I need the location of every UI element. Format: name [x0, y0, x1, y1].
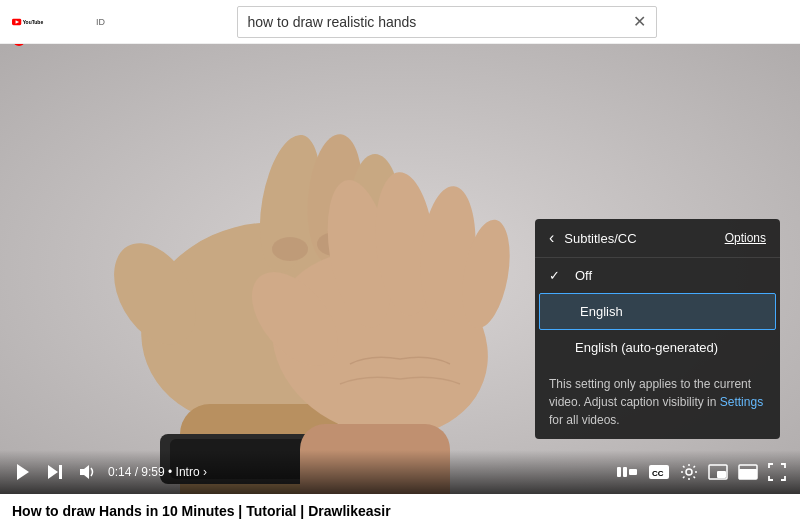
svg-marker-23	[17, 464, 29, 480]
subtitle-options-link[interactable]: Options	[725, 231, 766, 245]
header: YouTube ID ✕	[0, 0, 800, 44]
fullscreen-button[interactable]	[766, 461, 788, 483]
yt-superscript: ID	[96, 17, 105, 27]
subtitle-english-item[interactable]: English	[539, 293, 776, 330]
svg-rect-27	[617, 467, 621, 477]
subtitle-header: ‹ Subtitles/CC Options	[535, 219, 780, 258]
search-bar: ✕	[237, 6, 657, 38]
svg-point-13	[272, 237, 308, 261]
youtube-logo[interactable]: YouTube ID	[12, 11, 105, 33]
svg-rect-29	[629, 469, 637, 475]
video-title: How to draw Hands in 10 Minutes | Tutori…	[12, 503, 391, 519]
theater-icon	[738, 464, 758, 480]
settings-icon	[680, 463, 698, 481]
subtitle-note-end: for all videos.	[549, 413, 620, 427]
pause-streaming-icon	[616, 464, 638, 480]
subtitle-off-item[interactable]: ✓ Off	[535, 258, 780, 293]
time-display: 0:14 / 9:59 • Intro ›	[108, 465, 207, 479]
subtitle-off-label: Off	[575, 268, 592, 283]
subtitle-note: This setting only applies to the current…	[535, 365, 780, 439]
volume-icon	[78, 463, 96, 481]
next-icon	[46, 463, 64, 481]
svg-marker-24	[48, 465, 58, 479]
controls-bar: 0:14 / 9:59 • Intro › CC	[0, 450, 800, 494]
play-icon	[14, 463, 32, 481]
subtitle-settings-link[interactable]: Settings	[720, 395, 763, 409]
cc-button[interactable]: CC	[646, 462, 672, 482]
search-clear-button[interactable]: ✕	[633, 12, 646, 31]
theater-button[interactable]	[736, 462, 760, 482]
svg-text:CC: CC	[652, 469, 664, 478]
subtitle-title: Subtitles/CC	[564, 231, 724, 246]
svg-rect-28	[623, 467, 627, 477]
search-input[interactable]	[248, 14, 633, 30]
subtitle-check-off: ✓	[549, 268, 567, 283]
svg-point-32	[686, 469, 692, 475]
svg-rect-36	[739, 469, 757, 479]
subtitle-auto-label: English (auto-generated)	[575, 340, 718, 355]
volume-button[interactable]	[76, 461, 98, 483]
svg-rect-34	[717, 471, 726, 478]
subtitle-menu: ‹ Subtitles/CC Options ✓ Off English Eng…	[535, 219, 780, 439]
subtitle-english-label: English	[580, 304, 623, 319]
subtitle-auto-english-item[interactable]: English (auto-generated)	[535, 330, 780, 365]
right-controls: CC	[614, 461, 788, 483]
fullscreen-icon	[768, 463, 786, 481]
play-button[interactable]	[12, 461, 34, 483]
next-button[interactable]	[44, 461, 66, 483]
video-title-bar: How to draw Hands in 10 Minutes | Tutori…	[0, 494, 800, 528]
miniplayer-button[interactable]	[706, 462, 730, 482]
youtube-icon: YouTube	[12, 11, 44, 33]
miniplayer-icon	[708, 464, 728, 480]
pause-streaming-button[interactable]	[614, 462, 640, 482]
settings-button[interactable]	[678, 461, 700, 483]
video-player[interactable]: 0:14 / 9:59 • Intro › CC	[0, 44, 800, 494]
svg-rect-25	[59, 465, 62, 479]
svg-text:YouTube: YouTube	[23, 19, 44, 24]
subtitle-back-button[interactable]: ‹	[549, 229, 554, 247]
svg-marker-26	[80, 465, 89, 479]
cc-icon: CC	[648, 464, 670, 480]
